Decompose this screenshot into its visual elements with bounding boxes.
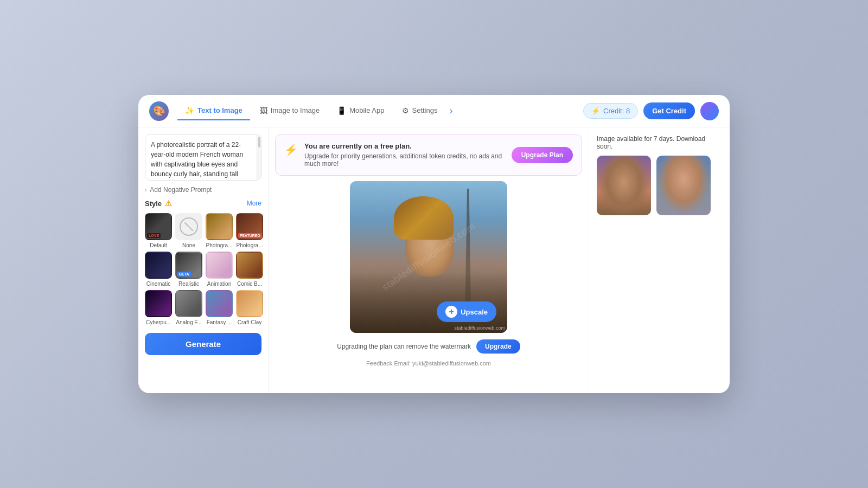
user-avatar[interactable] [700, 102, 719, 120]
style-item-default[interactable]: LOVE Default [145, 213, 172, 248]
style-item-cyber[interactable]: Cyberpu... [145, 290, 172, 325]
banner-title: You are currently on a free plan. [304, 142, 505, 150]
credit-button[interactable]: ⚡ Credit: 8 [583, 103, 638, 119]
app-logo[interactable]: 🎨 [149, 101, 169, 121]
style-item-clay[interactable]: Craft Clay [236, 290, 263, 325]
image-area: stablediffusionweb.com + Upscale stabled… [275, 181, 582, 387]
style-item-photo2[interactable]: FEATURED Photogra... [236, 213, 263, 248]
app-body: A photorealistic portrait of a 22-year-o… [138, 127, 730, 393]
tab-image-to-image-label: Image to Image [271, 106, 320, 114]
style-label: Style ⚠ [145, 199, 172, 208]
image-to-image-icon: 🖼 [260, 106, 267, 115]
style-name-cinematic: Cinematic [146, 281, 170, 287]
add-negative-prompt[interactable]: › Add Negative Prompt [145, 186, 261, 194]
nav-tabs: ✨ Text to Image 🖼 Image to Image 📱 Mobil… [177, 102, 580, 120]
style-item-cinematic[interactable]: Cinematic [145, 252, 172, 287]
chevron-right-icon: › [145, 187, 146, 193]
style-name-none: None [182, 242, 195, 248]
tab-settings[interactable]: ⚙ Settings [394, 102, 445, 120]
plus-icon: + [445, 306, 457, 318]
free-plan-banner: ⚡ You are currently on a free plan. Upgr… [275, 134, 582, 176]
tab-text-to-image-label: Text to Image [197, 106, 242, 114]
feedback-text: Feedback Email: yuki@stablediffusionweb.… [366, 360, 491, 367]
upgrade-watermark-text: Upgrading the plan can remove the waterm… [337, 343, 471, 350]
style-item-comic[interactable]: Comic B... [236, 252, 263, 287]
credit-label: Credit: 8 [603, 107, 630, 115]
thumbnail-2[interactable] [656, 156, 711, 215]
right-panel: Image available for 7 days. Download soo… [589, 127, 730, 393]
more-link[interactable]: More [247, 200, 261, 207]
thumbnail-row [597, 156, 722, 215]
style-name-clay: Craft Clay [238, 319, 261, 325]
nav-more-button[interactable]: › [447, 103, 455, 119]
style-name-fantasy: Fantasy ... [207, 319, 232, 325]
style-thumb-cyber [145, 290, 172, 317]
style-name-comic: Comic B... [237, 281, 262, 287]
style-item-realistic[interactable]: BETA Realistic [175, 252, 202, 287]
tab-mobile-app-label: Mobile App [349, 106, 384, 114]
style-item-animation[interactable]: Animation [206, 252, 233, 287]
style-header: Style ⚠ More [145, 199, 261, 208]
tab-text-to-image[interactable]: ✨ Text to Image [177, 102, 250, 120]
style-grid: LOVE Default None [145, 213, 261, 325]
style-thumb-animation [206, 252, 233, 279]
style-name-photo1: Photogra... [206, 242, 233, 248]
style-thumb-photo2: FEATURED [236, 213, 263, 240]
style-thumb-comic [236, 252, 263, 279]
banner-subtitle: Upgrade for priority generations, additi… [304, 152, 505, 168]
upgrade-plan-button[interactable]: Upgrade Plan [512, 147, 573, 163]
style-name-cyber: Cyberpu... [146, 319, 171, 325]
prompt-input[interactable]: A photorealistic portrait of a 22-year-o… [145, 134, 261, 178]
bolt-icon: ⚡ [284, 143, 298, 156]
scrollbar-thumb [258, 137, 260, 147]
prompt-area: A photorealistic portrait of a 22-year-o… [145, 134, 261, 181]
style-item-analog[interactable]: Analog F... [175, 290, 202, 325]
style-thumb-default: LOVE [145, 213, 172, 240]
style-thumb-none [175, 213, 202, 240]
text-to-image-icon: ✨ [185, 106, 194, 115]
style-name-analog: Analog F... [176, 319, 201, 325]
upscale-button[interactable]: + Upscale [437, 301, 496, 322]
upgrade-button[interactable]: Upgrade [476, 339, 520, 354]
generate-button[interactable]: Generate [145, 333, 261, 355]
sidebar: A photorealistic portrait of a 22-year-o… [138, 127, 269, 393]
tab-image-to-image[interactable]: 🖼 Image to Image [252, 102, 327, 120]
mobile-app-icon: 📱 [337, 106, 346, 115]
nav-right: ⚡ Credit: 8 Get Credit [583, 102, 719, 120]
tab-settings-label: Settings [412, 106, 438, 114]
style-thumb-cinematic [145, 252, 172, 279]
style-name-default: Default [150, 242, 167, 248]
style-name-realistic: Realistic [178, 281, 199, 287]
style-name-animation: Animation [207, 281, 231, 287]
style-thumb-fantasy [206, 290, 233, 317]
nav-bar: 🎨 ✨ Text to Image 🖼 Image to Image 📱 Mob… [138, 95, 730, 127]
availability-message: Image available for 7 days. Download soo… [597, 135, 722, 150]
style-thumb-photo1 [206, 213, 233, 240]
style-thumb-clay [236, 290, 263, 317]
settings-icon: ⚙ [402, 106, 409, 115]
thumbnail-1[interactable] [597, 156, 651, 215]
add-negative-label: Add Negative Prompt [150, 186, 212, 194]
upgrade-watermark-row: Upgrading the plan can remove the waterm… [337, 339, 520, 354]
get-credit-button[interactable]: Get Credit [643, 102, 695, 119]
style-item-photo1[interactable]: Photogra... [206, 213, 233, 248]
app-window: 🎨 ✨ Text to Image 🖼 Image to Image 📱 Mob… [138, 95, 730, 393]
style-item-none[interactable]: None [175, 213, 202, 248]
center-area: ⚡ You are currently on a free plan. Upgr… [269, 127, 589, 393]
upscale-label: Upscale [461, 308, 488, 316]
logo-icon: 🎨 [153, 105, 165, 117]
style-thumb-realistic: BETA [175, 252, 202, 279]
watermark: stablediffusionweb.com [455, 325, 505, 331]
scrollbar[interactable] [257, 134, 261, 180]
tab-mobile-app[interactable]: 📱 Mobile App [329, 102, 392, 120]
style-item-fantasy[interactable]: Fantasy ... [206, 290, 233, 325]
generated-image-container: stablediffusionweb.com + Upscale stabled… [350, 181, 507, 333]
banner-text: You are currently on a free plan. Upgrad… [304, 142, 505, 168]
credit-icon: ⚡ [591, 107, 600, 115]
style-thumb-analog [175, 290, 202, 317]
style-name-photo2: Photogra... [237, 242, 263, 248]
warning-icon: ⚠ [165, 199, 172, 208]
